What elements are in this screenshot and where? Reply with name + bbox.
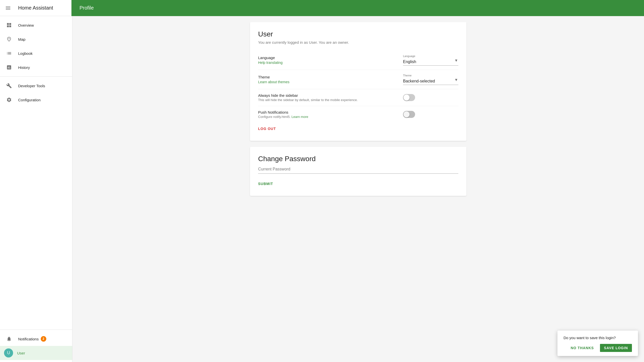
language-label: Language: [258, 56, 403, 60]
save-login-dialog: Do you want to save this login? NO THANK…: [557, 331, 638, 356]
sidebar-item-user[interactable]: U User: [0, 346, 72, 360]
language-control: Language English Español Français Deutsc…: [403, 55, 458, 66]
page-header-title: Profile: [79, 5, 94, 11]
history-icon: [4, 62, 14, 72]
push-notifications-description: Configure notify.html5. Learn more: [258, 115, 403, 119]
theme-label: Theme: [258, 75, 403, 79]
user-card-title: User: [258, 30, 458, 38]
learn-more-link[interactable]: Learn more: [292, 115, 308, 119]
configuration-icon: [4, 95, 14, 105]
sidebar-item-map[interactable]: Map: [0, 32, 72, 46]
developer-tools-icon: [4, 81, 14, 91]
hide-sidebar-row: Always hide the sidebar This will hide t…: [258, 89, 458, 106]
change-password-card: Change Password SUBMIT: [250, 147, 466, 196]
push-notifications-desc-text: Configure notify.html5.: [258, 115, 291, 119]
sidebar-item-label-developer-tools: Developer Tools: [18, 84, 45, 88]
change-password-title: Change Password: [258, 155, 458, 163]
sidebar-toggle-button[interactable]: [0, 0, 16, 16]
user-avatar: U: [4, 348, 13, 357]
sidebar-item-label-user: User: [17, 351, 25, 355]
nav-divider-1: [0, 76, 72, 77]
learn-about-themes-link[interactable]: Learn about themes: [258, 80, 290, 84]
current-password-wrapper: [258, 165, 458, 174]
push-notifications-toggle[interactable]: [403, 111, 415, 118]
dialog-actions: NO THANKS SAVE LOGIN: [564, 344, 632, 352]
hide-sidebar-label-group: Always hide the sidebar This will hide t…: [258, 93, 403, 102]
theme-control: Theme Backend-selected default dark ▾: [403, 74, 458, 85]
sidebar-item-label-overview: Overview: [18, 23, 34, 27]
sidebar-item-label-history: History: [18, 65, 30, 70]
sidebar-item-developer-tools[interactable]: Developer Tools: [0, 79, 72, 93]
notifications-icon: [4, 334, 14, 344]
logout-button[interactable]: LOG OUT: [258, 125, 276, 133]
language-select[interactable]: English Español Français Deutsch 中文: [403, 58, 458, 66]
nav-divider-2: [0, 330, 72, 330]
theme-select[interactable]: Backend-selected default dark: [403, 77, 458, 85]
current-password-input[interactable]: [258, 165, 458, 174]
nav-items: Overview Map Logbook: [0, 16, 72, 328]
sidebar-item-history[interactable]: History: [0, 60, 72, 74]
overview-icon: [4, 20, 14, 30]
push-notifications-toggle-wrapper: [403, 111, 458, 118]
sidebar-item-label-logbook: Logbook: [18, 51, 33, 56]
push-notifications-row: Push Notifications Configure notify.html…: [258, 106, 458, 123]
sidebar-item-logbook[interactable]: Logbook: [0, 46, 72, 60]
hide-sidebar-toggle[interactable]: [403, 94, 415, 101]
logbook-icon: [4, 48, 14, 58]
language-label-group: Language Help translating: [258, 56, 403, 65]
hide-sidebar-toggle-thumb: [404, 95, 410, 101]
language-select-label: Language: [403, 55, 458, 58]
language-select-wrapper: Language English Español Français Deutsc…: [403, 55, 458, 66]
sidebar-item-label-map: Map: [18, 37, 25, 41]
push-notifications-label: Push Notifications: [258, 110, 403, 114]
notification-badge: 2: [41, 336, 46, 342]
theme-select-label: Theme: [403, 74, 458, 77]
theme-row: Theme Learn about themes Theme Backend-s…: [258, 70, 458, 89]
sidebar-item-configuration[interactable]: Configuration: [0, 93, 72, 107]
page-header: Profile: [71, 0, 644, 16]
sidebar-item-label-configuration: Configuration: [18, 98, 41, 102]
hide-sidebar-toggle-wrapper: [403, 94, 458, 101]
language-row: Language Help translating Language Engli…: [258, 51, 458, 70]
sidebar-item-notifications[interactable]: Notifications 2: [0, 332, 72, 346]
user-card-subtitle: You are currently logged in as User. You…: [258, 40, 458, 44]
app-title-area: Home Assistant: [16, 5, 71, 11]
push-notifications-toggle-thumb: [404, 111, 410, 117]
hide-sidebar-label: Always hide the sidebar: [258, 93, 403, 98]
push-notifications-label-group: Push Notifications Configure notify.html…: [258, 110, 403, 119]
theme-select-wrapper: Theme Backend-selected default dark ▾: [403, 74, 458, 85]
notifications-label: Notifications: [18, 337, 39, 341]
nav-bottom: Notifications 2 U User: [0, 332, 72, 362]
sidebar-item-overview[interactable]: Overview: [0, 18, 72, 32]
no-thanks-button[interactable]: NO THANKS: [567, 344, 598, 352]
main-content: User You are currently logged in as User…: [72, 16, 644, 362]
submit-button[interactable]: SUBMIT: [258, 180, 273, 188]
hide-sidebar-description: This will hide the sidebar by default, s…: [258, 98, 403, 102]
theme-label-group: Theme Learn about themes: [258, 75, 403, 84]
sidebar: Overview Map Logbook: [0, 16, 72, 362]
dialog-text: Do you want to save this login?: [564, 336, 632, 340]
map-icon: [4, 34, 14, 44]
app-title: Home Assistant: [18, 5, 53, 11]
user-card: User You are currently logged in as User…: [250, 22, 466, 141]
save-login-button[interactable]: SAVE LOGIN: [600, 344, 632, 352]
help-translating-link[interactable]: Help translating: [258, 61, 283, 65]
